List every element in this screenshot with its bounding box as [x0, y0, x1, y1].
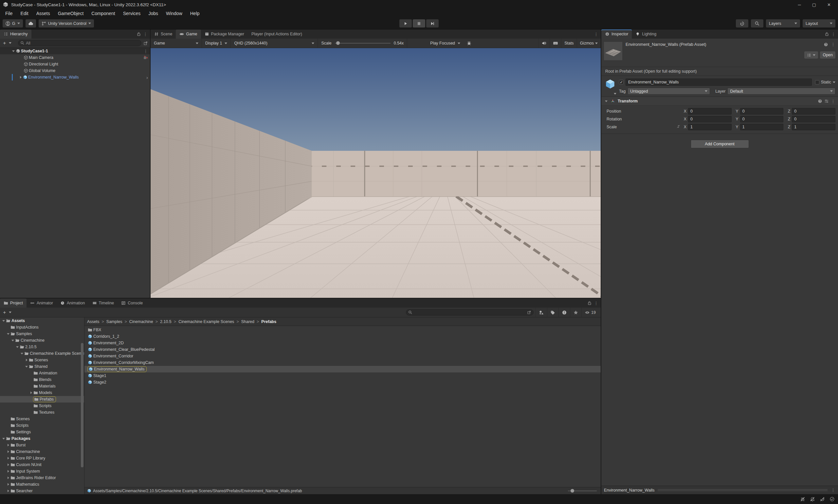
tag-dropdown[interactable]: Untagged	[627, 88, 710, 94]
asset-item-stage1[interactable]: Stage1	[85, 373, 601, 379]
scale-slider-knob[interactable]	[336, 41, 340, 45]
hierarchy-item-studycase1-1[interactable]: StudyCase1-1⋮	[0, 48, 150, 54]
breadcrumb-item-assets[interactable]: Assets	[87, 320, 100, 324]
foldout-arrow[interactable]	[11, 49, 16, 53]
project-tree-item-burst[interactable]: Burst	[0, 442, 84, 448]
panel-menu-icon[interactable]: ⋮	[143, 32, 148, 37]
breadcrumb-item-cinemachine-example-scenes[interactable]: Cinemachine Example Scenes	[178, 320, 234, 324]
foldout-arrow[interactable]	[20, 351, 24, 356]
lock-icon[interactable]	[137, 32, 141, 36]
search-button[interactable]	[751, 19, 763, 28]
breadcrumb-item-cinemachine[interactable]: Cinemachine	[129, 320, 153, 324]
search-by-label-button[interactable]	[547, 308, 558, 317]
project-tree-item-scripts[interactable]: Scripts	[0, 422, 84, 429]
game-tab-game[interactable]: Game	[176, 30, 201, 39]
play-mode-dropdown[interactable]: Play Focused	[427, 39, 464, 48]
property-label[interactable]: Position	[604, 109, 682, 113]
tab-hierarchy[interactable]: Hierarchy	[0, 30, 32, 39]
project-tree-item-scenes[interactable]: Scenes	[0, 357, 84, 363]
foldout-arrow[interactable]	[6, 331, 11, 336]
tree-scrollbar[interactable]	[81, 343, 84, 467]
project-tree-item-samples[interactable]: Samples	[0, 330, 84, 337]
asset-item-environment-2d[interactable]: Environment_2D	[85, 340, 601, 346]
project-tab-animator[interactable]: Animator	[26, 299, 57, 308]
stats-button[interactable]: Stats	[561, 39, 577, 48]
panel-menu-icon[interactable]: ⋮	[594, 301, 599, 306]
inspector-tab-inspector[interactable]: Inspector	[601, 30, 632, 39]
project-tree-item-cinemachine[interactable]: Cinemachine	[0, 448, 84, 455]
status-bug-slash-icon[interactable]	[800, 497, 805, 502]
scale-z-field[interactable]: 1	[792, 124, 835, 130]
foldout-arrow[interactable]	[24, 358, 29, 362]
debug-button[interactable]	[464, 39, 475, 48]
asset-item-fbx[interactable]: FBX	[85, 327, 601, 333]
project-tab-project[interactable]: Project	[0, 299, 26, 308]
position-z-field[interactable]: 0	[792, 108, 835, 114]
game-tab-package-manager[interactable]: Package Manager	[201, 30, 248, 39]
foldout-arrow[interactable]	[15, 345, 20, 349]
menu-file[interactable]: File	[1, 9, 17, 18]
property-label[interactable]: Rotation	[604, 117, 682, 122]
help-icon[interactable]	[824, 42, 828, 47]
project-tree-item-assets[interactable]: Assets	[0, 318, 84, 324]
project-tree-item-mathematics[interactable]: Mathematics	[0, 481, 84, 488]
search-importance-button[interactable]	[558, 308, 570, 317]
menu-gameobject[interactable]: GameObject	[54, 9, 88, 18]
scale-slider[interactable]: Scale 0.54x	[318, 39, 407, 48]
foldout-arrow[interactable]	[6, 449, 11, 454]
foldout-arrow[interactable]	[6, 475, 11, 480]
foldout-arrow[interactable]	[6, 489, 11, 493]
project-tree-item-scenes[interactable]: Scenes	[0, 416, 84, 422]
static-flags-arrow[interactable]	[833, 82, 835, 83]
status-bell-slash-icon[interactable]	[810, 497, 815, 502]
menu-help[interactable]: Help	[186, 9, 203, 18]
menu-jobs[interactable]: Jobs	[144, 9, 162, 18]
pause-button[interactable]	[413, 19, 425, 28]
game-tab-player-input-actions-editor[interactable]: Player (Input Actions Editor)	[248, 30, 306, 39]
minimize-button[interactable]: ─	[798, 2, 801, 7]
scale-x-field[interactable]: 1	[688, 124, 732, 130]
account-dropdown[interactable]: G	[3, 19, 23, 28]
favorites-button[interactable]	[570, 308, 581, 317]
foldout-arrow[interactable]	[18, 75, 23, 79]
project-tree-item-custom-nunit[interactable]: Custom NUnit	[0, 462, 84, 468]
preview-menu-icon[interactable]: ⋮	[831, 488, 835, 492]
asset-item-environment-clear-bluepedestal[interactable]: Environment_Clear_BluePedestal	[85, 346, 601, 353]
rotation-y-field[interactable]: 0	[740, 116, 784, 122]
foldout-arrow[interactable]	[24, 364, 29, 369]
popout-search-icon[interactable]	[527, 310, 531, 314]
foldout-arrow[interactable]	[1, 436, 6, 441]
project-tree-item-settings[interactable]: Settings	[0, 429, 84, 435]
add-gameobject-button[interactable]: ＋	[2, 40, 7, 46]
breadcrumb-item-shared[interactable]: Shared	[241, 320, 254, 324]
layout-dropdown[interactable]: Layout	[803, 19, 835, 28]
inspector-tab-lighting[interactable]: Lighting	[632, 30, 660, 39]
version-control-dropdown[interactable]: Unity Version Control	[39, 19, 94, 28]
asset-item-corridors-1-2[interactable]: Corridors_1_2	[85, 333, 601, 340]
gameobject-name-field[interactable]: Environment_Narrow_Walls	[626, 78, 812, 86]
menu-component[interactable]: Component	[87, 9, 119, 18]
gizmos-dropdown[interactable]: Gizmos	[577, 39, 601, 48]
open-prefab-button[interactable]: Open	[820, 51, 835, 58]
component-menu-icon[interactable]: ⋮	[831, 99, 835, 104]
foldout-arrow[interactable]	[29, 391, 33, 395]
visibility-toggle[interactable]: 19	[581, 308, 599, 317]
display-target-dropdown[interactable]: Game	[150, 39, 202, 48]
foldout-arrow[interactable]	[6, 443, 11, 447]
create-asset-button[interactable]: ＋	[2, 309, 7, 316]
game-tab-scene[interactable]: Scene	[150, 30, 176, 39]
project-tab-console[interactable]: Console	[118, 299, 146, 308]
project-tree-item-cinemachine[interactable]: Cinemachine	[0, 337, 84, 344]
game-viewport[interactable]	[150, 48, 601, 298]
mute-audio-button[interactable]	[538, 39, 550, 48]
hierarchy-item-main-camera[interactable]: Main Camera	[0, 54, 150, 61]
step-button[interactable]	[426, 19, 439, 28]
asset-item-environment-corridormixingcam[interactable]: Environment_CorridorMixingCam	[85, 359, 601, 366]
help-icon[interactable]	[818, 99, 822, 104]
project-tree-item-packages[interactable]: Packages	[0, 435, 84, 442]
add-component-button[interactable]: Add Component	[691, 140, 749, 148]
status-check-circle-icon[interactable]	[830, 497, 835, 502]
component-foldout-arrow[interactable]	[604, 99, 608, 104]
foldout-arrow[interactable]	[6, 456, 11, 461]
project-tree-item-inputactions[interactable]: InputActions	[0, 324, 84, 330]
